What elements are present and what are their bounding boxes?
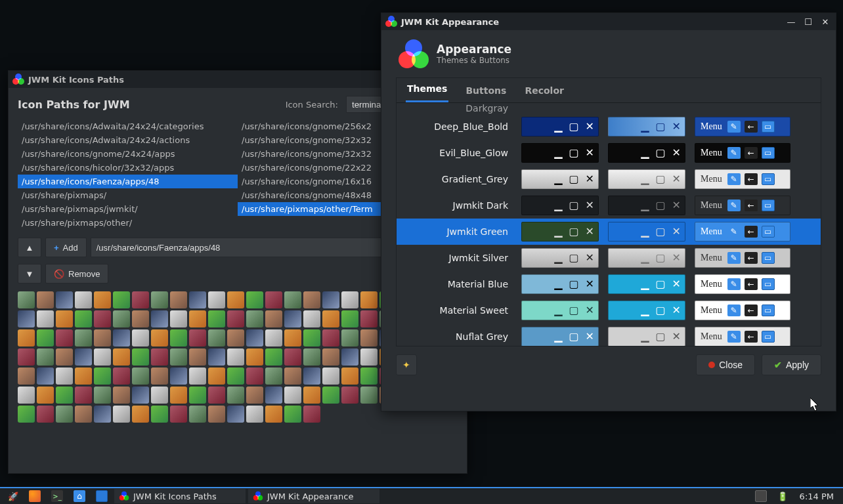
- app-icon[interactable]: [284, 329, 301, 346]
- app-icon[interactable]: [94, 387, 111, 404]
- app-icon[interactable]: [360, 329, 378, 346]
- app-icon[interactable]: [18, 310, 35, 327]
- app-icon[interactable]: [94, 329, 111, 346]
- app-icon[interactable]: [56, 291, 73, 308]
- app-icon[interactable]: [94, 348, 111, 366]
- app-icon[interactable]: [227, 406, 244, 423]
- app-icon[interactable]: [284, 291, 301, 308]
- theme-row[interactable]: Material Sweet ▁▢✕ ▁▢✕ Menu: [397, 297, 821, 324]
- app-icon[interactable]: [132, 368, 149, 385]
- app-icon[interactable]: [189, 387, 206, 404]
- clock[interactable]: 6:14 PM: [794, 492, 839, 501]
- app-icon[interactable]: [151, 387, 168, 404]
- app-icon[interactable]: [170, 406, 187, 423]
- app-icon[interactable]: [189, 329, 206, 346]
- app-icon[interactable]: [284, 368, 301, 385]
- app-icon[interactable]: [360, 291, 378, 308]
- app-icon[interactable]: [246, 329, 263, 346]
- app-icon[interactable]: [132, 329, 149, 346]
- path-item[interactable]: /usr/share/icons/Adwaita/24x24/actions: [18, 133, 238, 147]
- app-icon[interactable]: [151, 406, 168, 423]
- app-icon[interactable]: [37, 406, 54, 423]
- app-icon[interactable]: [227, 329, 244, 346]
- app-icon[interactable]: [246, 368, 263, 385]
- maximize-button[interactable]: ☐: [802, 16, 815, 27]
- minimize-button[interactable]: —: [785, 16, 798, 27]
- app-icon[interactable]: [303, 348, 320, 366]
- app-icon[interactable]: [170, 368, 187, 385]
- app-icon[interactable]: [360, 310, 378, 327]
- app-icon[interactable]: [75, 310, 92, 327]
- app-icon[interactable]: [303, 368, 320, 385]
- app-icon[interactable]: [303, 406, 320, 423]
- app-icon[interactable]: [113, 368, 130, 385]
- app-icon[interactable]: [132, 387, 149, 404]
- app-icon[interactable]: [265, 387, 282, 404]
- theme-row[interactable]: Gradient_Grey ▁▢✕ ▁▢✕ Menu: [397, 166, 821, 192]
- app-icon[interactable]: [170, 291, 187, 308]
- app-icon[interactable]: [113, 348, 130, 366]
- app-icon[interactable]: [208, 348, 225, 366]
- app-icon[interactable]: [37, 368, 54, 385]
- app-icon[interactable]: [265, 406, 282, 423]
- app-icon[interactable]: [170, 348, 187, 366]
- close-dialog-button[interactable]: Close: [696, 354, 755, 375]
- app-icon[interactable]: [18, 348, 35, 366]
- app-icon[interactable]: [113, 291, 130, 308]
- app-icon[interactable]: [37, 387, 54, 404]
- app-icon[interactable]: [265, 310, 282, 327]
- path-item[interactable]: /usr/share/icons/Faenza/apps/48: [18, 175, 238, 188]
- app-icon[interactable]: [94, 310, 111, 327]
- move-down-button[interactable]: ▼: [18, 264, 41, 284]
- app-icon[interactable]: [94, 291, 111, 308]
- app-icon[interactable]: [208, 406, 225, 423]
- app-icon[interactable]: [284, 387, 301, 404]
- favorite-button[interactable]: ✦: [396, 354, 417, 375]
- theme-row[interactable]: Deep_Blue_Bold ▁▢✕ ▁▢✕ Menu: [397, 114, 821, 140]
- app-icon[interactable]: [341, 368, 358, 385]
- app-icon[interactable]: [132, 310, 149, 327]
- theme-row[interactable]: Darkgray: [397, 103, 821, 114]
- app-icon[interactable]: [151, 310, 168, 327]
- move-up-button[interactable]: ▲: [18, 238, 41, 257]
- app-icon[interactable]: [246, 310, 263, 327]
- app-icon[interactable]: [75, 387, 92, 404]
- app-icon[interactable]: [303, 310, 320, 327]
- app-icon[interactable]: [132, 406, 149, 423]
- app-icon[interactable]: [75, 406, 92, 423]
- app-icon[interactable]: [18, 329, 35, 346]
- app-icon[interactable]: [56, 406, 73, 423]
- app-icon[interactable]: [360, 387, 378, 404]
- task-icons-paths[interactable]: JWM Kit Icons Paths: [114, 489, 246, 503]
- show-desktop-button[interactable]: [92, 489, 112, 503]
- app-icon[interactable]: [322, 387, 339, 404]
- app-icon[interactable]: [37, 291, 54, 308]
- apply-button[interactable]: ✔Apply: [762, 354, 821, 375]
- path-input[interactable]: [91, 238, 394, 257]
- app-icon[interactable]: [284, 348, 301, 366]
- app-icon[interactable]: [75, 368, 92, 385]
- app-icon[interactable]: [56, 387, 73, 404]
- app-icon[interactable]: [75, 348, 92, 366]
- app-icon[interactable]: [189, 348, 206, 366]
- app-icon[interactable]: [18, 387, 35, 404]
- path-item[interactable]: /usr/share/icons/Adwaita/24x24/categorie…: [18, 119, 238, 133]
- app-icon[interactable]: [303, 387, 320, 404]
- app-icon[interactable]: [341, 310, 358, 327]
- theme-row[interactable]: Jwmkit Dark ▁▢✕ ▁▢✕ Menu: [397, 192, 821, 219]
- app-icon[interactable]: [227, 368, 244, 385]
- app-icon[interactable]: [341, 329, 358, 346]
- app-icon[interactable]: [132, 348, 149, 366]
- path-item[interactable]: /usr/share/icons/gnome/24x24/apps: [18, 147, 238, 161]
- path-item[interactable]: /usr/share/icons/hicolor/32x32/apps: [18, 161, 238, 175]
- tab-buttons[interactable]: Buttons: [464, 79, 508, 102]
- app-icon[interactable]: [227, 310, 244, 327]
- theme-row[interactable]: Jwmkit Green ▁▢✕ ▁▢✕ Menu: [397, 219, 821, 245]
- tray-battery[interactable]: 🔋: [773, 489, 792, 503]
- app-icon[interactable]: [56, 348, 73, 366]
- themes-list[interactable]: DarkgrayDeep_Blue_Bold ▁▢✕ ▁▢✕ Menu Evil…: [397, 103, 821, 346]
- remove-button[interactable]: 🚫Remove: [45, 264, 108, 284]
- app-icon[interactable]: [151, 291, 168, 308]
- app-icon[interactable]: [246, 291, 263, 308]
- app-icon[interactable]: [170, 310, 187, 327]
